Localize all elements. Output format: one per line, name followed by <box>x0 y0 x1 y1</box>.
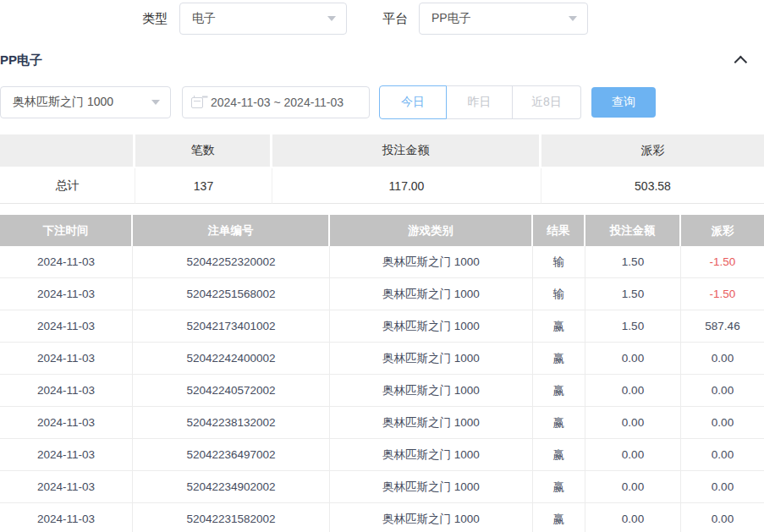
summary-header-empty <box>0 134 135 168</box>
bet-amount-cell: 0.00 <box>585 503 681 532</box>
bet-date-cell: 2024-11-03 <box>0 375 133 407</box>
bet-id-cell: 52042240572002 <box>133 375 330 407</box>
last-8-days-button[interactable]: 近8日 <box>513 85 581 119</box>
result-cell: 赢 <box>533 471 585 503</box>
result-cell: 赢 <box>533 407 585 439</box>
chevron-down-icon <box>327 16 336 21</box>
game-type-cell: 奥林匹斯之门 1000 <box>330 407 533 439</box>
game-type-cell: 奥林匹斯之门 1000 <box>330 471 533 503</box>
bet-date-cell: 2024-11-03 <box>0 343 133 375</box>
result-cell: 输 <box>533 246 585 278</box>
section-header: PP电子 <box>0 52 764 69</box>
date-range-value: 2024-11-03 ~ 2024-11-03 <box>211 96 344 109</box>
calendar-icon <box>191 97 203 108</box>
result-cell: 赢 <box>533 439 585 471</box>
type-select-value: 电子 <box>192 11 216 26</box>
platform-label: 平台 <box>382 11 408 27</box>
game-type-cell: 奥林匹斯之门 1000 <box>330 439 533 471</box>
table-row: 2024-11-03 52042242400002 奥林匹斯之门 1000 赢 … <box>0 343 764 375</box>
query-button[interactable]: 查询 <box>591 87 656 118</box>
summary-header-amount: 投注金额 <box>272 134 541 168</box>
bet-date-cell: 2024-11-03 <box>0 439 133 471</box>
detail-header-payout: 派彩 <box>681 215 764 246</box>
section-title: PP电子 <box>0 52 42 69</box>
payout-cell: 0.00 <box>681 503 764 532</box>
bet-id-cell: 52042231582002 <box>133 503 330 532</box>
filter-row: 奥林匹斯之门 1000 2024-11-03 ~ 2024-11-03 今日 昨… <box>0 85 764 119</box>
today-button[interactable]: 今日 <box>379 85 447 119</box>
bet-amount-cell: 1.50 <box>585 246 681 278</box>
bet-date-cell: 2024-11-03 <box>0 310 133 343</box>
bet-id-cell: 52042252320002 <box>133 246 330 278</box>
chevron-down-icon <box>151 100 160 105</box>
detail-header-bet-time: 下注时间 <box>0 215 133 246</box>
table-row: 2024-11-03 52042173401002 奥林匹斯之门 1000 赢 … <box>0 310 764 343</box>
detail-header-bet-id: 注单编号 <box>133 215 330 246</box>
bet-date-cell: 2024-11-03 <box>0 503 133 532</box>
detail-table: 下注时间 注单编号 游戏类别 结果 投注金额 派彩 2024-11-03 520… <box>0 215 764 532</box>
result-cell: 赢 <box>533 343 585 375</box>
game-type-cell: 奥林匹斯之门 1000 <box>330 310 533 343</box>
platform-select-value: PP电子 <box>431 11 471 26</box>
result-cell: 输 <box>533 278 585 310</box>
bet-date-cell: 2024-11-03 <box>0 407 133 439</box>
bet-amount-cell: 0.00 <box>585 407 681 439</box>
payout-cell: 0.00 <box>681 375 764 407</box>
bet-amount-cell: 0.00 <box>585 439 681 471</box>
payout-cell: -1.50 <box>681 246 764 278</box>
yesterday-button[interactable]: 昨日 <box>447 85 513 119</box>
summary-total-row: 总计 137 117.00 503.58 <box>0 168 764 204</box>
payout-cell: 0.00 <box>681 471 764 503</box>
collapse-chevron-up-icon[interactable] <box>734 56 748 69</box>
type-label: 类型 <box>142 11 168 27</box>
bet-id-cell: 52042251568002 <box>133 278 330 310</box>
bet-id-cell: 52042173401002 <box>133 310 330 343</box>
table-row: 2024-11-03 52042252320002 奥林匹斯之门 1000 输 … <box>0 246 764 278</box>
bet-id-cell: 52042238132002 <box>133 407 330 439</box>
table-row: 2024-11-03 52042236497002 奥林匹斯之门 1000 赢 … <box>0 439 764 471</box>
game-select[interactable]: 奥林匹斯之门 1000 <box>0 86 171 118</box>
bet-amount-cell: 1.50 <box>585 278 681 310</box>
table-row: 2024-11-03 52042231582002 奥林匹斯之门 1000 赢 … <box>0 503 764 532</box>
detail-header-amount: 投注金额 <box>585 215 681 246</box>
bet-amount-cell: 0.00 <box>585 471 681 503</box>
detail-table-body: 2024-11-03 52042252320002 奥林匹斯之门 1000 输 … <box>0 246 764 532</box>
summary-table: 笔数 投注金额 派彩 总计 137 117.00 503.58 <box>0 134 764 204</box>
table-row: 2024-11-03 52042240572002 奥林匹斯之门 1000 赢 … <box>0 375 764 407</box>
result-cell: 赢 <box>533 310 585 343</box>
payout-cell: 587.46 <box>681 310 764 343</box>
summary-total-count: 137 <box>135 168 272 204</box>
game-type-cell: 奥林匹斯之门 1000 <box>330 278 533 310</box>
table-row: 2024-11-03 52042238132002 奥林匹斯之门 1000 赢 … <box>0 407 764 439</box>
detail-header-game-type: 游戏类别 <box>330 215 533 246</box>
bet-date-cell: 2024-11-03 <box>0 471 133 503</box>
table-row: 2024-11-03 52042234902002 奥林匹斯之门 1000 赢 … <box>0 471 764 503</box>
platform-select[interactable]: PP电子 <box>419 3 588 35</box>
top-filter-bar: 类型 电子 平台 PP电子 <box>0 0 764 36</box>
payout-cell: 0.00 <box>681 407 764 439</box>
payout-cell: 0.00 <box>681 439 764 471</box>
summary-header-payout: 派彩 <box>541 134 764 168</box>
game-type-cell: 奥林匹斯之门 1000 <box>330 343 533 375</box>
type-select[interactable]: 电子 <box>179 3 347 35</box>
bet-id-cell: 52042236497002 <box>133 439 330 471</box>
bet-amount-cell: 1.50 <box>585 310 681 343</box>
payout-cell: 0.00 <box>681 343 764 375</box>
bet-id-cell: 52042234902002 <box>133 471 330 503</box>
bet-date-cell: 2024-11-03 <box>0 278 133 310</box>
bet-amount-cell: 0.00 <box>585 343 681 375</box>
chevron-down-icon <box>569 16 577 21</box>
date-range-input[interactable]: 2024-11-03 ~ 2024-11-03 <box>182 86 370 118</box>
detail-header-result: 结果 <box>533 215 585 246</box>
result-cell: 赢 <box>533 503 585 532</box>
summary-header-count: 笔数 <box>135 134 272 168</box>
summary-total-amount: 117.00 <box>272 168 541 204</box>
game-type-cell: 奥林匹斯之门 1000 <box>330 503 533 532</box>
bet-amount-cell: 0.00 <box>585 375 681 407</box>
game-type-cell: 奥林匹斯之门 1000 <box>330 375 533 407</box>
game-select-value: 奥林匹斯之门 1000 <box>13 95 113 110</box>
game-type-cell: 奥林匹斯之门 1000 <box>330 246 533 278</box>
result-cell: 赢 <box>533 375 585 407</box>
table-row: 2024-11-03 52042251568002 奥林匹斯之门 1000 输 … <box>0 278 764 310</box>
quick-date-button-group: 今日 昨日 近8日 <box>379 85 581 119</box>
